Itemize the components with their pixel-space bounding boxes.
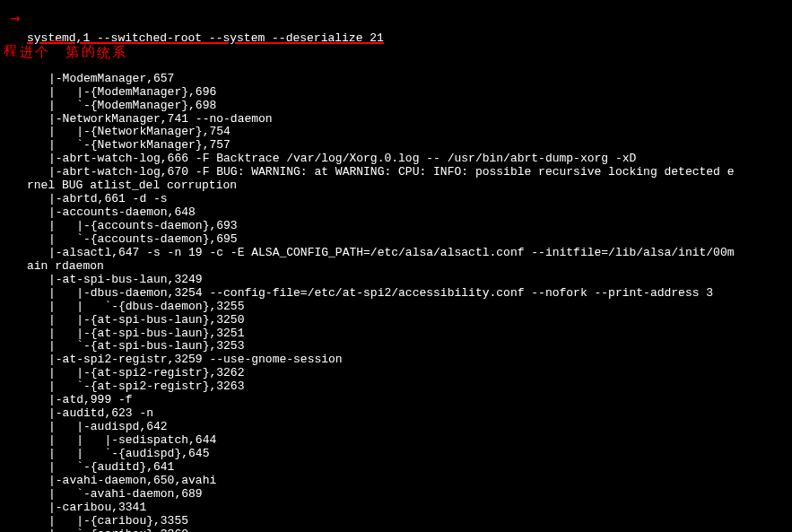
process-tree-line: |-avahi-daemon,650,avahi bbox=[0, 475, 792, 488]
process-tree-line: | |-{at-spi-bus-laun},3251 bbox=[0, 327, 792, 341]
process-tree-line: |-atd,999 -f bbox=[0, 394, 792, 407]
process-tree-line: |-NetworkManager,741 --no-daemon bbox=[0, 113, 792, 126]
process-tree-line: | `-avahi-daemon,689 bbox=[0, 488, 792, 501]
process-tree-line: | |-{caribou},3355 bbox=[0, 515, 792, 528]
process-tree-line: |-at-spi2-registr,3259 --use-gnome-sessi… bbox=[0, 353, 792, 367]
process-tree-line: |-alsactl,647 -s -n 19 -c -E ALSA_CONFIG… bbox=[0, 247, 792, 260]
process-tree-line: | | |-sedispatch,644 bbox=[0, 434, 792, 448]
process-tree-line: ain rdaemon bbox=[0, 260, 792, 274]
process-tree-line: | |-audispd,642 bbox=[0, 421, 792, 434]
process-tree-line: | |-{at-spi-bus-laun},3250 bbox=[0, 314, 792, 327]
process-tree-line: rnel BUG atlist_del corruption bbox=[0, 179, 792, 193]
process-tree-line: | `-{ModemManager},698 bbox=[0, 100, 792, 113]
process-tree-line: | `-{NetworkManager},757 bbox=[0, 139, 792, 153]
process-tree-line: | |-{at-spi2-registr},3262 bbox=[0, 367, 792, 380]
process-tree-line: |-abrt-watch-log,666 -F Backtrace /var/l… bbox=[0, 153, 792, 166]
process-tree-line: | `-{accounts-daemon},695 bbox=[0, 233, 792, 247]
process-tree-line: | |-{ModemManager},696 bbox=[0, 86, 792, 100]
process-tree-line: |-abrtd,661 -d -s bbox=[0, 193, 792, 206]
process-tree-line: | `-{at-spi2-registr},3263 bbox=[0, 380, 792, 394]
annotation-label: 系统的第一个进程 bbox=[4, 34, 127, 36]
terminal-output: systemd,1 --switched-root --system --des… bbox=[0, 5, 792, 532]
process-tree-line: |-ModemManager,657 bbox=[0, 73, 792, 86]
process-tree-line: | |-{NetworkManager},754 bbox=[0, 126, 792, 139]
process-tree-line: |-auditd,623 -n bbox=[0, 407, 792, 421]
process-tree-line: | |-{accounts-daemon},693 bbox=[0, 220, 792, 233]
process-tree-line: | `-{caribou},3360 bbox=[0, 528, 792, 532]
process-tree-line: | `-{at-spi-bus-laun},3253 bbox=[0, 340, 792, 353]
process-tree-line: | | `-{dbus-daemon},3255 bbox=[0, 301, 792, 314]
process-tree-line: |-accounts-daemon,648 bbox=[0, 206, 792, 220]
process-tree-line: |-caribou,3341 bbox=[0, 501, 792, 515]
process-tree-line: | | `-{audispd},645 bbox=[0, 448, 792, 461]
process-tree-line: | `-{auditd},641 bbox=[0, 461, 792, 475]
process-tree-line: |-abrt-watch-log,670 -F BUG: WARNING: at… bbox=[0, 166, 792, 179]
process-tree-line: |-at-spi-bus-laun,3249 bbox=[0, 274, 792, 287]
process-tree-line: | |-dbus-daemon,3254 --config-file=/etc/… bbox=[0, 287, 792, 301]
